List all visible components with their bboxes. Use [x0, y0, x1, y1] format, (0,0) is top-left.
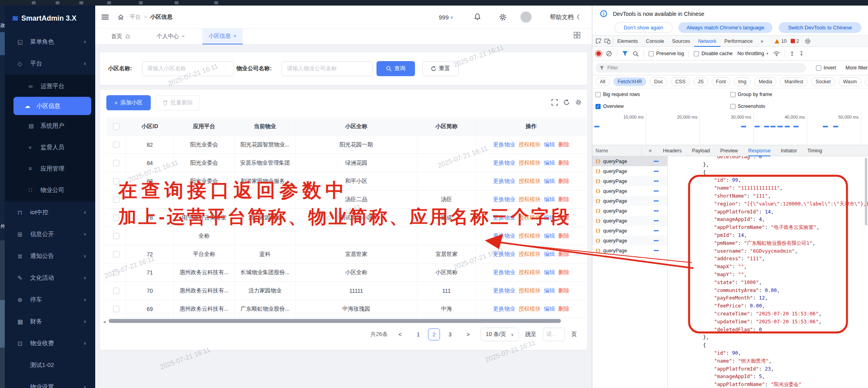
network-overview-timeline[interactable]: 10,000 ms 20,000 ms 30,000 ms 40,000 ms …: [592, 112, 868, 145]
notification-bell-icon[interactable]: [474, 6, 481, 29]
edit-link[interactable]: 编辑: [544, 141, 555, 148]
filter-chip[interactable]: Other: [865, 77, 868, 86]
sidebar-item[interactable]: ✎ 文化活动 ∨: [5, 267, 95, 289]
sidebar-subitem[interactable]: ≡ 应用管理: [5, 158, 95, 179]
column-settings-gear-icon[interactable]: [575, 99, 582, 106]
sidebar-item[interactable]: ⊓ iot中控 ∨: [5, 202, 95, 223]
switch-to-chinese-button[interactable]: Switch DevTools to Chinese: [779, 22, 861, 33]
page-number[interactable]: 3: [444, 328, 456, 340]
breadcrumb-parent[interactable]: 平台: [130, 13, 141, 21]
delete-link[interactable]: 删除: [558, 196, 569, 203]
row-checkbox[interactable]: [113, 306, 119, 312]
edit-link[interactable]: 编辑: [544, 232, 555, 240]
fullscreen-icon[interactable]: [551, 99, 558, 106]
authorize-modules-link[interactable]: 授权模块: [518, 251, 541, 258]
record-network-log-button[interactable]: [596, 51, 601, 56]
request-row[interactable]: {} queryPage: [592, 226, 667, 236]
delete-link[interactable]: 删除: [558, 287, 569, 294]
devtools-tab[interactable]: Performance: [720, 36, 757, 47]
more-tabs-icon[interactable]: »: [757, 36, 767, 47]
warnings-indicator[interactable]: 10: [774, 38, 786, 44]
authorize-modules-link[interactable]: 授权模块: [518, 178, 541, 185]
detail-tab[interactable]: Headers: [663, 145, 682, 156]
sidebar-item[interactable]: ≣ 通知公告 ∨: [5, 245, 95, 267]
community-name-input[interactable]: 请输入小区名称: [142, 61, 234, 76]
filter-chip[interactable]: Img: [734, 77, 751, 86]
detail-tab[interactable]: Initiator: [781, 145, 797, 156]
batch-delete-button[interactable]: 批量删除: [156, 95, 200, 110]
authorize-modules-link[interactable]: 授权模块: [518, 287, 541, 294]
delete-link[interactable]: 删除: [558, 214, 569, 221]
sidebar-item[interactable]: 物业设置 ∨: [5, 376, 95, 388]
row-checkbox[interactable]: [113, 196, 119, 203]
home-icon[interactable]: [117, 14, 124, 20]
sidebar-subitem[interactable]: ▤ 系统用户: [5, 115, 95, 136]
row-checkbox[interactable]: [113, 288, 119, 294]
settings-gear-icon[interactable]: [499, 6, 507, 29]
filter-chip[interactable]: Socket: [811, 77, 835, 86]
tab-community-info[interactable]: 小区信息×: [202, 29, 243, 44]
page-number[interactable]: 1: [412, 328, 424, 340]
screenshots-checkbox[interactable]: Screenshots: [730, 104, 865, 109]
sidebar-item[interactable]: 测试1-02: [5, 354, 95, 376]
change-pm-link[interactable]: 更换物业: [493, 287, 515, 294]
authorize-modules-link[interactable]: 授权模块: [518, 269, 541, 276]
delete-link[interactable]: 删除: [558, 141, 569, 148]
edit-link[interactable]: 编辑: [544, 159, 555, 167]
detail-tab[interactable]: Payload: [692, 145, 710, 156]
change-pm-link[interactable]: 更换物业: [493, 196, 515, 203]
jump-page-input[interactable]: 请...: [543, 328, 565, 341]
export-har-icon[interactable]: ↧: [799, 50, 804, 57]
sidebar-item[interactable]: ⊡ 物业收费 ∨: [5, 332, 95, 354]
delete-link[interactable]: 删除: [558, 305, 569, 313]
horizontal-scrollbar[interactable]: [109, 319, 561, 323]
filter-funnel-icon[interactable]: [622, 51, 628, 56]
request-row[interactable]: {} queryPage: [592, 246, 667, 255]
sidebar-item[interactable]: ⊞ 信息公开 ∨: [5, 223, 95, 245]
filter-chip[interactable]: Media: [754, 77, 776, 86]
close-detail-icon[interactable]: ×: [649, 148, 652, 154]
request-row[interactable]: {} queryPage: [592, 236, 667, 246]
authorize-modules-link[interactable]: 授权模块: [518, 232, 541, 240]
request-row[interactable]: {} queryPage: [592, 206, 667, 216]
request-row[interactable]: {} queryPage: [592, 186, 667, 196]
devtools-tab[interactable]: Network: [694, 36, 720, 47]
network-conditions-wifi-icon[interactable]: [773, 51, 780, 56]
scroll-left-arrow-icon[interactable]: ◂: [103, 319, 106, 325]
inspect-element-icon[interactable]: [595, 38, 602, 44]
row-checkbox[interactable]: [113, 160, 119, 166]
group-by-frame-checkbox[interactable]: Group by frame: [730, 92, 865, 97]
change-pm-link[interactable]: 更换物业: [493, 178, 515, 185]
row-checkbox[interactable]: [113, 215, 119, 221]
change-pm-link[interactable]: 更换物业: [493, 141, 515, 148]
sidebar-subitem[interactable]: ∷ 物业公司: [5, 179, 95, 201]
devtools-tab[interactable]: Console: [642, 36, 668, 47]
response-scrollbar[interactable]: [865, 158, 867, 225]
change-pm-link[interactable]: 更换物业: [493, 232, 515, 240]
change-pm-link[interactable]: 更换物业: [493, 214, 515, 221]
change-pm-link[interactable]: 更换物业: [493, 305, 515, 313]
filter-chip[interactable]: JS: [693, 77, 708, 86]
filter-chip[interactable]: Wasm: [839, 77, 861, 86]
edit-link[interactable]: 编辑: [544, 178, 555, 185]
delete-link[interactable]: 删除: [558, 178, 569, 185]
sidebar-subitem[interactable]: ☁ 小区信息: [13, 97, 91, 115]
sidebar-item[interactable]: ◇ 平台 ∧: [5, 53, 95, 75]
search-network-icon[interactable]: [633, 51, 639, 57]
overview-checkbox[interactable]: ✓Overview: [595, 104, 730, 109]
prev-page-button[interactable]: <: [394, 328, 406, 340]
app-logo[interactable]: ≋ SmartAdmin 3.X: [5, 6, 95, 31]
help-doc-link[interactable]: 帮助文档《: [550, 6, 580, 29]
request-row[interactable]: {} queryPage: [592, 196, 667, 206]
change-pm-link[interactable]: 更换物业: [493, 269, 515, 276]
edit-link[interactable]: 编辑: [544, 214, 555, 221]
change-pm-link[interactable]: 更换物业: [493, 251, 515, 258]
sidebar-item[interactable]: ▦ 财务 ∨: [5, 311, 95, 332]
big-request-rows-checkbox[interactable]: Big request rows: [595, 92, 730, 97]
collapse-sidebar-icon[interactable]: [102, 13, 109, 21]
throttling-select[interactable]: No throttling ▾: [737, 51, 768, 56]
edit-link[interactable]: 编辑: [544, 251, 555, 258]
request-row[interactable]: {} queryPage: [592, 216, 667, 226]
delete-link[interactable]: 删除: [558, 269, 569, 276]
select-all-checkbox[interactable]: [113, 123, 119, 130]
